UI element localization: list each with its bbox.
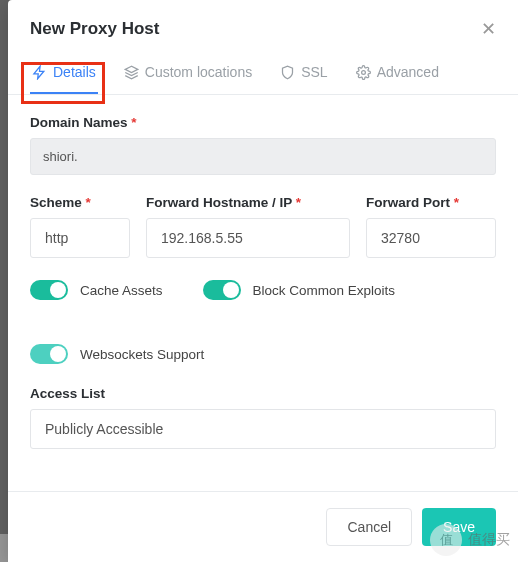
tab-custom-locations[interactable]: Custom locations [122,54,254,94]
save-button[interactable]: Save [422,508,496,546]
tab-label: Details [53,64,96,80]
tab-label: SSL [301,64,327,80]
tab-details[interactable]: Details [30,54,98,94]
port-input[interactable] [366,218,496,258]
websockets-toggle[interactable] [30,344,68,364]
new-proxy-host-modal: New Proxy Host ✕ Details Custom location… [8,0,518,562]
cancel-button[interactable]: Cancel [326,508,412,546]
tab-ssl[interactable]: SSL [278,54,329,94]
cache-assets-toggle[interactable] [30,280,68,300]
shield-icon [280,65,295,80]
scheme-label: Scheme * [30,195,130,210]
toggle-label: Cache Assets [80,283,163,298]
toggle-label: Websockets Support [80,347,204,362]
hostname-input[interactable] [146,218,350,258]
scheme-select[interactable] [30,218,130,258]
svg-point-0 [361,70,365,74]
hostname-label: Forward Hostname / IP * [146,195,350,210]
cache-assets-toggle-row: Cache Assets [30,280,163,300]
block-exploits-toggle-row: Block Common Exploits [203,280,396,300]
port-label: Forward Port * [366,195,496,210]
tab-bar: Details Custom locations SSL Advanced [8,54,518,95]
tab-advanced[interactable]: Advanced [354,54,441,94]
gear-icon [356,65,371,80]
access-list-label: Access List [30,386,496,401]
block-exploits-toggle[interactable] [203,280,241,300]
domain-names-label: Domain Names * [30,115,496,130]
bolt-icon [32,65,47,80]
modal-body: Domain Names * shiori. Scheme * Forward … [8,95,518,491]
toggle-label: Block Common Exploits [253,283,396,298]
domain-names-input[interactable]: shiori. [30,138,496,175]
access-list-select[interactable] [30,409,496,449]
close-icon: ✕ [481,19,496,39]
tab-label: Advanced [377,64,439,80]
close-button[interactable]: ✕ [481,18,496,40]
websockets-toggle-row: Websockets Support [30,344,496,364]
modal-title: New Proxy Host [30,19,159,39]
layers-icon [124,65,139,80]
tab-label: Custom locations [145,64,252,80]
modal-header: New Proxy Host ✕ [8,0,518,54]
modal-footer: Cancel Save [8,491,518,562]
